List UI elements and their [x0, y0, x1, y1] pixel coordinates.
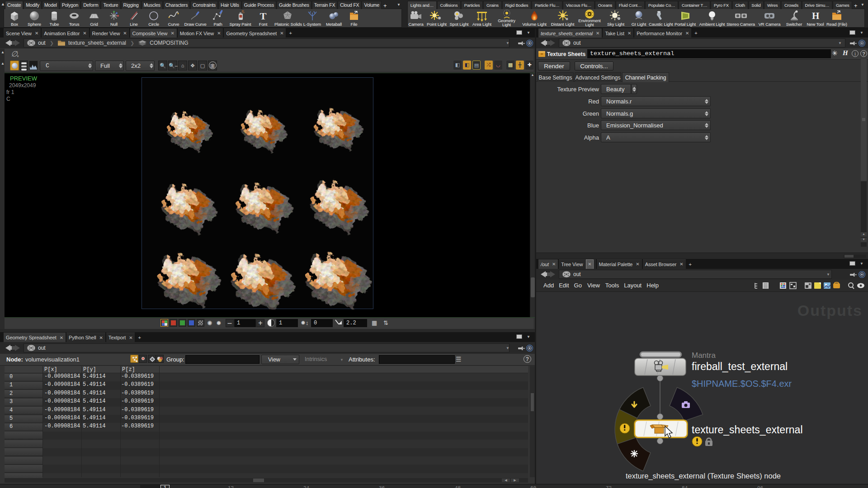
svg-text:T: T	[260, 10, 267, 22]
svg-text:H: H	[811, 10, 819, 21]
